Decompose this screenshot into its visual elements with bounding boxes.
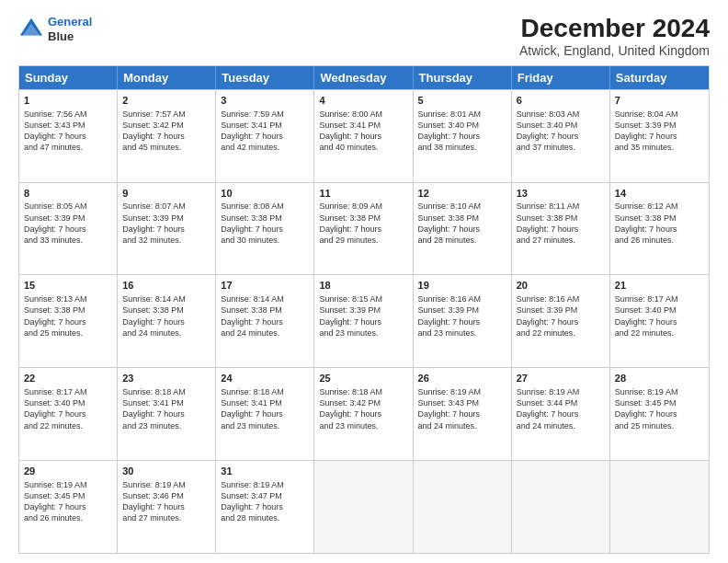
location-subtitle: Atwick, England, United Kingdom [519, 43, 710, 58]
calendar-cell: 24Sunrise: 8:18 AM Sunset: 3:41 PM Dayli… [216, 368, 314, 460]
calendar-cell: 29Sunrise: 8:19 AM Sunset: 3:45 PM Dayli… [19, 461, 118, 553]
calendar-cell: 6Sunrise: 8:03 AM Sunset: 3:40 PM Daylig… [512, 90, 610, 182]
day-number: 15 [24, 279, 112, 293]
day-info: Sunrise: 8:08 AM Sunset: 3:38 PM Dayligh… [221, 201, 284, 244]
calendar-cell: 3Sunrise: 7:59 AM Sunset: 3:41 PM Daylig… [216, 90, 314, 182]
day-number: 14 [615, 187, 704, 201]
day-number: 17 [221, 279, 309, 293]
calendar-cell: 7Sunrise: 8:04 AM Sunset: 3:39 PM Daylig… [610, 90, 709, 182]
header-day-friday: Friday [512, 66, 610, 89]
day-number: 10 [221, 187, 309, 201]
day-number: 30 [122, 465, 210, 478]
day-number: 3 [221, 94, 309, 108]
day-number: 23 [122, 372, 210, 385]
day-number: 13 [517, 187, 605, 201]
header-day-sunday: Sunday [19, 66, 118, 89]
day-info: Sunrise: 8:14 AM Sunset: 3:38 PM Dayligh… [221, 294, 284, 337]
day-number: 7 [615, 94, 704, 108]
calendar-row-1: 8Sunrise: 8:05 AM Sunset: 3:39 PM Daylig… [19, 182, 709, 275]
day-number: 19 [418, 279, 506, 293]
day-number: 29 [24, 465, 112, 478]
calendar-header: SundayMondayTuesdayWednesdayThursdayFrid… [19, 66, 709, 89]
day-info: Sunrise: 8:17 AM Sunset: 3:40 PM Dayligh… [24, 387, 87, 430]
day-info: Sunrise: 8:03 AM Sunset: 3:40 PM Dayligh… [517, 109, 580, 152]
calendar-cell: 1Sunrise: 7:56 AM Sunset: 3:43 PM Daylig… [19, 90, 118, 182]
header-day-wednesday: Wednesday [314, 66, 413, 89]
logo-icon [18, 17, 44, 42]
calendar-cell [414, 461, 512, 553]
calendar-cell: 20Sunrise: 8:16 AM Sunset: 3:39 PM Dayli… [512, 275, 610, 367]
day-info: Sunrise: 8:12 AM Sunset: 3:38 PM Dayligh… [615, 201, 678, 244]
calendar-cell: 19Sunrise: 8:16 AM Sunset: 3:39 PM Dayli… [414, 275, 512, 367]
calendar-cell: 8Sunrise: 8:05 AM Sunset: 3:39 PM Daylig… [19, 183, 118, 275]
header-day-thursday: Thursday [414, 66, 512, 89]
day-number: 4 [319, 94, 407, 108]
day-info: Sunrise: 8:19 AM Sunset: 3:45 PM Dayligh… [24, 480, 87, 523]
calendar-cell: 16Sunrise: 8:14 AM Sunset: 3:38 PM Dayli… [118, 275, 216, 367]
calendar-cell: 13Sunrise: 8:11 AM Sunset: 3:38 PM Dayli… [512, 183, 610, 275]
calendar-row-2: 15Sunrise: 8:13 AM Sunset: 3:38 PM Dayli… [19, 274, 709, 367]
day-info: Sunrise: 8:11 AM Sunset: 3:38 PM Dayligh… [517, 201, 580, 244]
day-number: 21 [615, 279, 704, 293]
header: General Blue December 2024 Atwick, Engla… [18, 15, 710, 58]
day-number: 28 [615, 372, 704, 385]
day-number: 9 [122, 187, 210, 201]
title-block: December 2024 Atwick, England, United Ki… [519, 15, 710, 58]
day-info: Sunrise: 8:10 AM Sunset: 3:38 PM Dayligh… [418, 201, 482, 244]
calendar-cell: 28Sunrise: 8:19 AM Sunset: 3:45 PM Dayli… [610, 368, 709, 460]
header-day-monday: Monday [118, 66, 216, 89]
day-number: 2 [122, 94, 210, 108]
day-number: 16 [122, 279, 210, 293]
day-info: Sunrise: 8:19 AM Sunset: 3:46 PM Dayligh… [122, 480, 186, 523]
day-info: Sunrise: 8:15 AM Sunset: 3:39 PM Dayligh… [319, 294, 382, 337]
day-info: Sunrise: 8:16 AM Sunset: 3:39 PM Dayligh… [517, 294, 580, 337]
day-number: 31 [221, 465, 309, 478]
calendar-cell: 9Sunrise: 8:07 AM Sunset: 3:39 PM Daylig… [118, 183, 216, 275]
day-info: Sunrise: 8:01 AM Sunset: 3:40 PM Dayligh… [418, 109, 482, 152]
calendar-cell: 2Sunrise: 7:57 AM Sunset: 3:42 PM Daylig… [118, 90, 216, 182]
day-info: Sunrise: 8:13 AM Sunset: 3:38 PM Dayligh… [24, 294, 87, 337]
day-info: Sunrise: 8:17 AM Sunset: 3:40 PM Dayligh… [615, 294, 678, 337]
day-number: 12 [418, 187, 506, 201]
calendar-cell: 21Sunrise: 8:17 AM Sunset: 3:40 PM Dayli… [610, 275, 709, 367]
calendar-row-3: 22Sunrise: 8:17 AM Sunset: 3:40 PM Dayli… [19, 367, 709, 460]
calendar-cell: 22Sunrise: 8:17 AM Sunset: 3:40 PM Dayli… [19, 368, 118, 460]
calendar-cell: 25Sunrise: 8:18 AM Sunset: 3:42 PM Dayli… [314, 368, 413, 460]
day-info: Sunrise: 8:19 AM Sunset: 3:43 PM Dayligh… [418, 387, 482, 430]
day-number: 6 [517, 94, 605, 108]
header-day-tuesday: Tuesday [216, 66, 314, 89]
day-info: Sunrise: 8:19 AM Sunset: 3:44 PM Dayligh… [517, 387, 580, 430]
day-number: 26 [418, 372, 506, 385]
day-info: Sunrise: 7:57 AM Sunset: 3:42 PM Dayligh… [122, 109, 186, 152]
calendar-cell: 23Sunrise: 8:18 AM Sunset: 3:41 PM Dayli… [118, 368, 216, 460]
calendar-cell: 31Sunrise: 8:19 AM Sunset: 3:47 PM Dayli… [216, 461, 314, 553]
day-info: Sunrise: 7:56 AM Sunset: 3:43 PM Dayligh… [24, 109, 87, 152]
calendar-cell: 27Sunrise: 8:19 AM Sunset: 3:44 PM Dayli… [512, 368, 610, 460]
day-number: 11 [319, 187, 407, 201]
day-number: 22 [24, 372, 112, 385]
calendar-cell: 26Sunrise: 8:19 AM Sunset: 3:43 PM Dayli… [414, 368, 512, 460]
day-number: 24 [221, 372, 309, 385]
day-info: Sunrise: 8:18 AM Sunset: 3:41 PM Dayligh… [221, 387, 284, 430]
day-number: 27 [517, 372, 605, 385]
calendar-body: 1Sunrise: 7:56 AM Sunset: 3:43 PM Daylig… [19, 89, 709, 553]
day-number: 20 [517, 279, 605, 293]
calendar: SundayMondayTuesdayWednesdayThursdayFrid… [18, 65, 710, 554]
day-info: Sunrise: 8:18 AM Sunset: 3:42 PM Dayligh… [319, 387, 382, 430]
day-info: Sunrise: 8:19 AM Sunset: 3:47 PM Dayligh… [221, 480, 284, 523]
calendar-row-4: 29Sunrise: 8:19 AM Sunset: 3:45 PM Dayli… [19, 460, 709, 553]
day-number: 1 [24, 94, 112, 108]
day-number: 5 [418, 94, 506, 108]
day-info: Sunrise: 8:19 AM Sunset: 3:45 PM Dayligh… [615, 387, 678, 430]
calendar-cell: 10Sunrise: 8:08 AM Sunset: 3:38 PM Dayli… [216, 183, 314, 275]
day-info: Sunrise: 7:59 AM Sunset: 3:41 PM Dayligh… [221, 109, 284, 152]
calendar-cell [610, 461, 709, 553]
calendar-cell: 12Sunrise: 8:10 AM Sunset: 3:38 PM Dayli… [414, 183, 512, 275]
day-info: Sunrise: 8:18 AM Sunset: 3:41 PM Dayligh… [122, 387, 186, 430]
day-number: 25 [319, 372, 407, 385]
day-info: Sunrise: 8:09 AM Sunset: 3:38 PM Dayligh… [319, 201, 382, 244]
day-number: 8 [24, 187, 112, 201]
calendar-cell: 15Sunrise: 8:13 AM Sunset: 3:38 PM Dayli… [19, 275, 118, 367]
calendar-cell: 11Sunrise: 8:09 AM Sunset: 3:38 PM Dayli… [314, 183, 413, 275]
header-day-saturday: Saturday [610, 66, 709, 89]
